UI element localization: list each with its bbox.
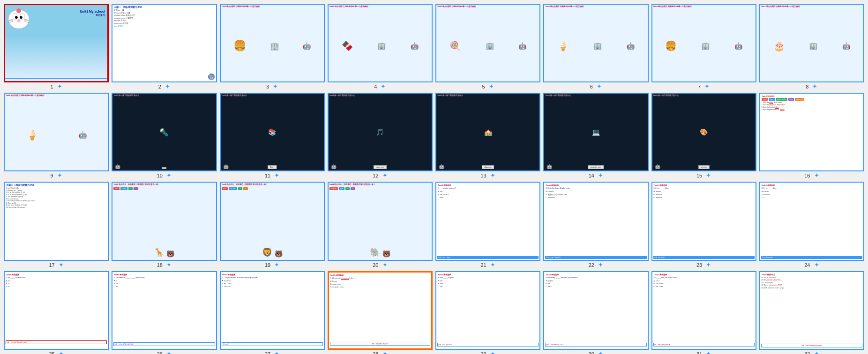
slide-item-12: Task2·猜一猜下面的图片是什么 🎵 🤖 music room 12 ✦ — [328, 93, 433, 179]
slide-thumb-13[interactable]: Task2·猜一猜下面的图片是什么 🏫 🤖 classroom — [435, 93, 540, 171]
slide-number-32: 32 — [804, 351, 810, 354]
slide-meta-8: 8 ✦ — [806, 82, 817, 90]
star-icon-16: ✦ — [814, 172, 819, 179]
slide-thumb-32[interactable]: Task6·情景对话 A: This is our school. B: How… — [759, 271, 864, 350]
slide-number-26: 26 — [157, 351, 163, 354]
slide-thumb-3[interactable]: Task1-请点击图片,判断单词A/B哪一个是正确的! 🍔 🏢 🤖 — [220, 4, 325, 82]
slide-number-27: 27 — [265, 351, 270, 354]
slide-item-3: Task1-请点击图片,判断单词A/B哪一个是正确的! 🍔 🏢 🤖 3 ✦ — [220, 4, 325, 90]
slide-meta-32: 32 ✦ — [804, 350, 819, 354]
star-icon-27: ✦ — [274, 350, 279, 354]
slide-meta-31: 31 ✦ — [696, 350, 711, 354]
slide-item-18: Task4·花点功夫，听听看吧！看看图片跟对话是否一致！ office libr… — [112, 182, 217, 268]
slide-meta-10: 10 ✦ — [157, 171, 172, 179]
slide-meta-12: 12 ✦ — [373, 171, 387, 179]
slide-meta-21: 21 ✦ — [481, 261, 495, 268]
slide-thumb-5[interactable]: Task1-请点击图片,判断单词A/B哪一个是正确的! 🍭 🏢 🤖 — [435, 4, 540, 82]
slide-grid: Unit1 My school单元复习 1 ✦ 大题一：四会单词复习·P55 1… — [0, 0, 868, 354]
slide-thumb-29[interactable]: Task5·单项选择 8. How _____ a gym? A. hall B… — [435, 271, 540, 350]
slide-thumb-27[interactable]: Task5·单项选择 6. - Do you have an art room?… — [220, 271, 325, 350]
slide-thumb-6[interactable]: Task1-请点击图片,判断单词A/B哪一个是正确的! 🍦 🏢 🤖 — [543, 4, 648, 82]
svg-point-5 — [17, 16, 18, 17]
slide-thumb-12[interactable]: Task2·猜一猜下面的图片是什么 🎵 🤖 music room — [328, 93, 433, 171]
slide-item-17: 大题二：四会句型复习·P55 1. 你好! (问候) Hello! 2. Whe… — [4, 182, 109, 268]
star-icon-28: ✦ — [382, 350, 388, 354]
slide-thumb-20[interactable]: Task4·花点功夫，听听看吧！看看图片跟对话是否一致！ computer gy… — [328, 182, 433, 260]
slide-meta-22: 22 ✦ — [589, 261, 603, 268]
svg-point-7 — [17, 19, 21, 22]
slide-number-15: 15 — [696, 173, 702, 178]
star-icon-21: ✦ — [490, 261, 495, 268]
star-icon-15: ✦ — [706, 172, 711, 179]
slide-thumb-11[interactable]: Task2·猜一猜下面的图片是什么 📚 🤖 library — [220, 93, 325, 171]
slide-thumb-16[interactable]: Task3·补全句子 football flowery teachers' of… — [759, 93, 864, 171]
slide-meta-15: 15 ✦ — [696, 171, 711, 179]
star-icon-11: ✦ — [274, 172, 279, 179]
star-icon-20: ✦ — [382, 261, 388, 268]
slide-thumb-19[interactable]: Task4·花点功夫，听听看吧！看看图片跟对话是否一致！ music art r… — [220, 182, 325, 260]
slide-meta-6: 6 ✦ — [590, 82, 602, 90]
slide-meta-14: 14 ✦ — [589, 171, 603, 179]
slide-meta-30: 30 ✦ — [589, 350, 603, 354]
slide-item-22: Task5·单项选择 2. Go to the library. Read a … — [543, 182, 648, 268]
slide-thumb-26[interactable]: Task5·单项选择 5. The library is _____ _____… — [112, 271, 217, 350]
slide-thumb-21[interactable]: Task5·单项选择 1. ___ is in the canteen? A. … — [435, 182, 540, 260]
slide-thumb-9[interactable]: Task1-请点击图片,判断单词A/B哪一个是正确的! 🍦 🤖 — [4, 93, 109, 171]
slide-thumb-24[interactable]: Task5·单项选择 3. It's in _____ office. A. t… — [759, 182, 864, 260]
slide-thumb-10[interactable]: Task2·猜一猜下面的图片是什么 🔦 🤖 — [112, 93, 217, 171]
slide-number-11: 11 — [265, 173, 270, 178]
slide-number-19: 19 — [265, 262, 270, 268]
slide-thumb-1[interactable]: Unit1 My school单元复习 — [4, 4, 109, 82]
slide-item-7: Task1-请点击图片,判断单词A/B哪一个是正确的! 🍔 🏢 🤖 7 ✦ — [651, 4, 756, 90]
slide-number-16: 16 — [804, 173, 810, 178]
slide-number-8: 8 — [806, 84, 808, 89]
slide-thumb-23[interactable]: Task5·单项选择 3. It's in _____ office. A. t… — [651, 182, 756, 260]
star-icon-9: ✦ — [57, 172, 62, 179]
slide-item-30: Task5·单项选择 9. How many _____ are there i… — [543, 271, 648, 354]
slide-thumb-2[interactable]: 大题一：四会单词复习·P55 1F/Floor 一楼 2F/second Flo… — [112, 4, 217, 82]
slide-thumb-8[interactable]: Task1-请点击图片,判断单词A/B哪一个是正确的! 🎂 🏢 🤖 — [759, 4, 864, 82]
slide-thumb-25[interactable]: Task5·单项选择 4. It's _____ the First floor… — [4, 271, 109, 350]
slide-thumb-18[interactable]: Task4·花点功夫，听听看吧！看看图片跟对话是否一致！ office libr… — [112, 182, 217, 260]
slide-item-6: Task1-请点击图片,判断单词A/B哪一个是正确的! 🍦 🏢 🤖 6 ✦ — [543, 4, 648, 90]
slide-number-21: 21 — [481, 262, 486, 268]
slide-thumb-30[interactable]: Task5·单项选择 9. How many _____ are there i… — [543, 271, 648, 350]
slide-meta-4: 4 ✦ — [374, 82, 386, 90]
slide-meta-5: 5 ✦ — [482, 82, 494, 90]
slide-thumb-14[interactable]: Task2·猜一猜下面的图片是什么 💻 🤖 computer room — [543, 93, 648, 171]
slide-item-19: Task4·花点功夫，听听看吧！看看图片跟对话是否一致！ music art r… — [220, 182, 325, 268]
slide-item-4: Task1-请点击图片,判断单词A/B哪一个是正确的! 🍫 🏢 🤖 4 ✦ — [328, 4, 433, 90]
slide-item-20: Task4·花点功夫，听听看吧！看看图片跟对话是否一致！ computer gy… — [328, 182, 433, 268]
star-icon-22: ✦ — [598, 261, 603, 268]
slide-item-13: Task2·猜一猜下面的图片是什么 🏫 🤖 classroom 13 ✦ — [435, 93, 540, 179]
slide-meta-16: 16 ✦ — [804, 171, 819, 179]
slide-meta-7: 7 ✦ — [698, 82, 710, 90]
star-icon-31: ✦ — [706, 350, 711, 354]
slide-item-29: Task5·单项选择 8. How _____ a gym? A. hall B… — [435, 271, 540, 354]
star-icon-17: ✦ — [59, 261, 64, 268]
slide-thumb-22[interactable]: Task5·单项选择 2. Go to the library. Read a … — [543, 182, 648, 260]
slide-number-10: 10 — [157, 173, 163, 178]
slide-thumb-4[interactable]: Task1-请点击图片,判断单词A/B哪一个是正确的! 🍫 🏢 🤖 — [328, 4, 433, 82]
slide-item-14: Task2·猜一猜下面的图片是什么 💻 🤖 computer room 14 ✦ — [543, 93, 648, 179]
slide-thumb-7[interactable]: Task1-请点击图片,判断单词A/B哪一个是正确的! 🍔 🏢 🤖 — [651, 4, 756, 82]
star-icon-32: ✦ — [814, 350, 819, 354]
star-icon-29: ✦ — [490, 350, 495, 354]
slide-item-1: Unit1 My school单元复习 1 ✦ — [4, 4, 109, 90]
star-icon-23: ✦ — [706, 261, 711, 268]
slide-item-27: Task5·单项选择 6. - Do you have an art room?… — [220, 271, 325, 354]
svg-point-8 — [16, 8, 21, 13]
slide-thumb-17[interactable]: 大题二：四会句型复习·P55 1. 你好! (问候) Hello! 2. Whe… — [4, 182, 109, 260]
star-icon-14: ✦ — [598, 172, 603, 179]
star-icon-12: ✦ — [382, 172, 388, 179]
slide-number-31: 31 — [696, 351, 702, 354]
slide-number-28: 28 — [373, 351, 378, 354]
slide-thumb-15[interactable]: Task2·猜一猜下面的图片是什么 🎨 🤖 art room — [651, 93, 756, 171]
star-icon-30: ✦ — [598, 350, 603, 354]
star-icon-24: ✦ — [814, 261, 819, 268]
slide-number-17: 17 — [49, 262, 55, 268]
slide-thumb-28[interactable]: Task5·单项选择 7. We can use computers in th… — [328, 271, 433, 350]
star-icon-7: ✦ — [704, 83, 710, 90]
slide-meta-11: 11 ✦ — [265, 171, 279, 179]
slide-thumb-31[interactable]: Task5·单项选择 10. _____ find your music roo… — [651, 271, 756, 350]
